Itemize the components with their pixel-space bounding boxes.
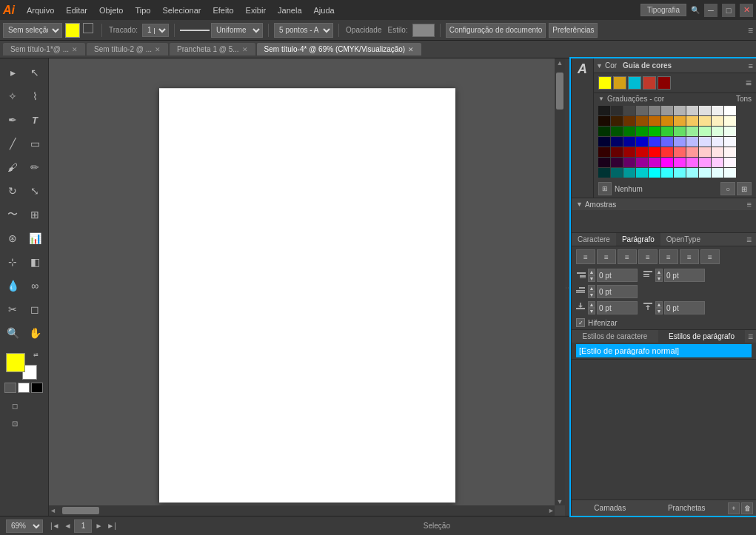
blend-tool[interactable]: ∞ [24, 275, 46, 297]
magic-wand-tool[interactable]: ✧ [1, 85, 24, 107]
space-before-input[interactable] [597, 301, 638, 314]
warp-tool[interactable]: 〜 [1, 203, 24, 226]
color-cell[interactable] [674, 127, 686, 136]
swatch-gold[interactable] [613, 76, 626, 90]
zoom-selector[interactable]: 69% [6, 519, 43, 533]
space-after-input[interactable] [664, 301, 705, 314]
color-cell[interactable] [699, 137, 711, 147]
color-cell[interactable] [712, 116, 723, 126]
color-cell[interactable] [661, 158, 673, 167]
v-scrollbar[interactable]: ▲ ▼ [555, 58, 565, 505]
scissors-tool[interactable]: ✂ [1, 298, 24, 320]
color-cell[interactable] [724, 116, 736, 126]
white-swatch[interactable] [18, 383, 30, 393]
menu-exibir[interactable]: Exibir [240, 3, 272, 18]
justify-center-btn[interactable]: ≡ [659, 249, 678, 264]
color-cell[interactable] [611, 116, 623, 126]
color-cell[interactable] [699, 158, 711, 167]
color-cell[interactable] [724, 158, 736, 167]
color-cell[interactable] [686, 106, 698, 115]
tab-2[interactable]: Prancheta 1 @ 5... ✕ [170, 43, 255, 55]
color-cell[interactable] [636, 116, 648, 126]
none-swatch[interactable] [4, 383, 16, 393]
line-tool[interactable]: ╱ [1, 132, 24, 155]
stroke-type-dropdown[interactable]: Uniforme [211, 23, 263, 38]
eraser-tool[interactable]: ◻ [24, 298, 46, 320]
spin-down-3[interactable]: ▼ [588, 292, 595, 298]
hand-tool[interactable]: ✋ [24, 322, 46, 344]
color-cell[interactable] [598, 147, 610, 157]
scroll-up-btn[interactable]: ▲ [557, 59, 563, 67]
color-cell[interactable] [674, 106, 686, 115]
color-cell[interactable] [699, 116, 711, 126]
align-left-btn[interactable]: ≡ [576, 249, 595, 264]
color-cell[interactable] [649, 116, 660, 126]
minimize-btn[interactable]: ─ [704, 4, 717, 17]
v-scroll-thumb[interactable] [556, 73, 563, 110]
para-tab[interactable]: Parágrafo [616, 233, 660, 246]
canvas-area[interactable]: ▲ ▼ ◄ ► [49, 58, 565, 516]
color-cell[interactable] [712, 168, 723, 178]
styles-menu-icon[interactable]: ≡ [745, 332, 756, 342]
color-cell[interactable] [661, 147, 673, 157]
rotate-tool[interactable]: ↻ [1, 180, 24, 202]
color-cell[interactable] [623, 168, 635, 178]
swatch-darkred[interactable] [658, 76, 671, 90]
menu-objeto[interactable]: Objeto [93, 3, 129, 18]
color-cell[interactable] [661, 116, 673, 126]
spin-up-5[interactable]: ▲ [655, 301, 663, 308]
scroll-right-btn[interactable]: ► [548, 507, 555, 514]
stroke-weight-input[interactable]: 1 pt [142, 24, 169, 37]
color-cell[interactable] [712, 127, 723, 136]
color-cell[interactable] [636, 168, 648, 178]
color-cell[interactable] [649, 168, 660, 178]
close-btn[interactable]: ✕ [740, 4, 753, 17]
first-page-btn[interactable]: |◄ [49, 522, 61, 530]
style-normal[interactable]: [Estilo de parágrafo normal] [576, 344, 752, 357]
color-cell[interactable] [686, 168, 698, 178]
justify-all-btn[interactable]: ≡ [700, 249, 720, 264]
color-cell[interactable] [674, 168, 686, 178]
doc-config-btn[interactable]: Configuração de documento [446, 23, 546, 38]
color-cell[interactable] [611, 147, 623, 157]
toolbar-menu-btn[interactable]: ≡ [748, 25, 753, 36]
tab-close-2[interactable]: ✕ [242, 46, 248, 53]
style-swatch[interactable] [412, 24, 435, 37]
selection-mode[interactable]: Sem seleção [3, 23, 62, 38]
zoom-tool[interactable]: 🔍 [1, 322, 24, 344]
color-cell[interactable] [686, 116, 698, 126]
menu-janela[interactable]: Janela [272, 3, 307, 18]
menu-efeito[interactable]: Efeito [207, 3, 239, 18]
spin-down-4[interactable]: ▼ [588, 308, 595, 314]
panel-add-btn[interactable]: + [728, 502, 740, 514]
color-cell[interactable] [724, 106, 736, 115]
guia-cores-tab[interactable]: Guia de cores [623, 61, 672, 70]
color-cell[interactable] [598, 127, 610, 136]
eyedropper-tool[interactable]: 💧 [1, 275, 24, 297]
color-cell[interactable] [623, 147, 635, 157]
symbol-tool[interactable]: ⊛ [1, 227, 24, 249]
direct-select-tool[interactable]: ↖ [24, 61, 46, 84]
normal-mode-btn[interactable]: ◻ [4, 397, 25, 414]
color-cell[interactable] [686, 127, 698, 136]
h-scrollbar[interactable]: ◄ ► [49, 505, 555, 516]
menu-ajuda[interactable]: Ajuda [308, 3, 341, 18]
swatch-menu-btn[interactable]: ⊞ [737, 182, 752, 195]
color-cell[interactable] [712, 158, 723, 167]
color-cell[interactable] [598, 137, 610, 147]
color-cell[interactable] [636, 127, 648, 136]
color-cell[interactable] [623, 158, 635, 167]
first-line-input[interactable] [597, 285, 638, 298]
type-tool[interactable]: T [24, 109, 46, 131]
next-page-btn[interactable]: ► [93, 522, 104, 530]
amostras-arrow[interactable]: ▼ [576, 201, 583, 208]
cor-panel-menu[interactable]: ≡ [746, 61, 756, 70]
char-tab[interactable]: Caractere [572, 233, 616, 246]
amostras-menu[interactable]: ≡ [747, 200, 752, 209]
pranchetas-tab[interactable]: Pranchetas [649, 504, 726, 512]
color-cell[interactable] [611, 168, 623, 178]
scroll-down-btn[interactable]: ▼ [557, 498, 563, 505]
black-swatch[interactable] [31, 383, 43, 393]
color-cell[interactable] [598, 168, 610, 178]
lasso-tool[interactable]: ⌇ [24, 85, 46, 107]
